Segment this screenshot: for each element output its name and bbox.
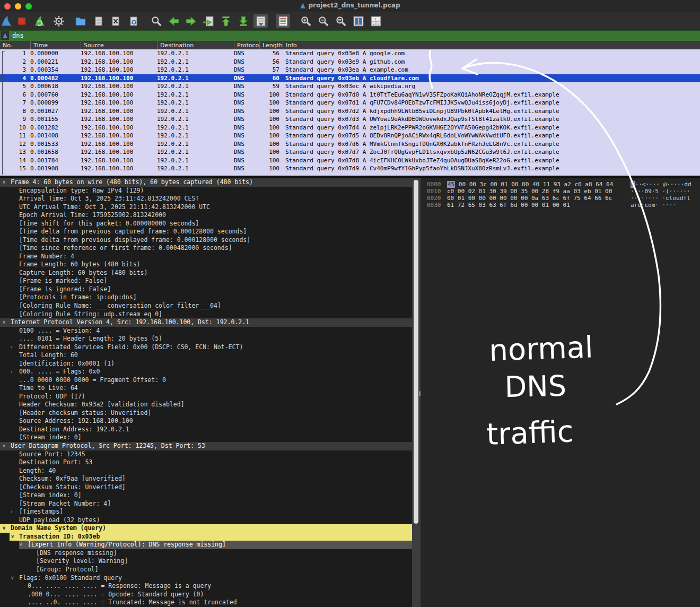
- detail-line[interactable]: .... 0101 = Header Length: 20 bytes (5): [0, 335, 412, 343]
- go-to-first-packet-icon[interactable]: [218, 14, 233, 28]
- chevron-right-icon[interactable]: ›: [11, 368, 13, 376]
- detail-line[interactable]: .000 0... .... .... = Opcode: Standard q…: [0, 591, 412, 599]
- detail-line[interactable]: [Severity level: Warning]: [0, 557, 412, 566]
- save-file-icon[interactable]: [91, 14, 106, 28]
- capture-options-gear-icon[interactable]: [51, 14, 66, 28]
- detail-line[interactable]: [Checksum Status: Unverified]: [0, 483, 412, 492]
- chevron-down-icon[interactable]: ∨: [2, 318, 6, 327]
- chevron-down-icon[interactable]: ∨: [2, 442, 6, 450]
- packet-row[interactable]: 100.001282192.168.100.100192.0.2.1DNS100…: [0, 124, 700, 132]
- open-file-icon[interactable]: [73, 14, 88, 28]
- detail-line[interactable]: ∨Flags: 0x0100 Standard query: [0, 574, 412, 583]
- column-header-protocol[interactable]: Protocol: [234, 41, 259, 49]
- detail-line[interactable]: ∨Internet Protocol Version 4, Src: 192.1…: [0, 318, 412, 327]
- detail-line[interactable]: 0100 .... = Version: 4: [0, 327, 412, 335]
- detail-line[interactable]: Length: 40: [0, 467, 412, 475]
- hex-ascii[interactable]: ····09·5 ·(······: [631, 188, 690, 195]
- detail-line[interactable]: Time to Live: 64: [0, 384, 412, 393]
- packet-row[interactable]: 130.001658192.168.100.100192.0.2.1DNS100…: [0, 148, 700, 157]
- detail-line[interactable]: Protocol: UDP (17): [0, 393, 412, 401]
- detail-line[interactable]: [Time since reference or first frame: 0.…: [0, 244, 412, 253]
- column-header-destination[interactable]: Destination: [157, 41, 234, 49]
- detail-line[interactable]: [Coloring Rule String: udp.stream eq 0]: [0, 310, 412, 319]
- zoom-in-icon[interactable]: [299, 14, 313, 28]
- detail-line[interactable]: [Time delta from previous displayed fram…: [0, 236, 412, 245]
- packet-row[interactable]: 120.001533192.168.100.100192.0.2.1DNS100…: [0, 140, 700, 149]
- reload-file-icon[interactable]: [126, 14, 141, 28]
- detail-line[interactable]: Arrival Time: Oct 3, 2025 23:11:42.81324…: [0, 195, 412, 203]
- detail-line[interactable]: Destination Address: 192.0.2.1: [0, 426, 412, 434]
- detail-line[interactable]: Checksum: 0xf9aa [unverified]: [0, 475, 412, 483]
- column-header-length[interactable]: Length: [259, 41, 283, 49]
- detail-line[interactable]: ›000. .... = Flags: 0x0: [0, 368, 412, 376]
- detail-line[interactable]: [DNS response missing]: [0, 549, 412, 558]
- zoom-out-icon[interactable]: [316, 14, 330, 28]
- stop-capture-icon[interactable]: [14, 14, 29, 28]
- restart-capture-icon[interactable]: [32, 14, 47, 28]
- packet-row[interactable]: 140.001784192.168.100.100192.0.2.1DNS100…: [0, 157, 700, 165]
- ascii-selected-char[interactable]: E: [631, 181, 635, 188]
- layout-columns-icon[interactable]: 123: [369, 14, 383, 28]
- detail-line[interactable]: UTC Arrival Time: Oct 3, 2025 21:11:42.8…: [0, 203, 412, 212]
- detail-line[interactable]: Epoch Arrival Time: 1759525902.813242000: [0, 211, 412, 220]
- detail-line[interactable]: Frame Number: 4: [0, 253, 412, 261]
- packet-row[interactable]: 40.000482192.168.100.100192.0.2.1DNS60St…: [0, 74, 700, 83]
- packet-row[interactable]: 70.000899192.168.100.100192.0.2.1DNS100S…: [0, 99, 700, 107]
- detail-line[interactable]: ›[Timestamps]: [0, 508, 412, 516]
- detail-line[interactable]: Identification: 0x0001 (1): [0, 360, 412, 368]
- chevron-down-icon[interactable]: ∨: [11, 533, 14, 541]
- column-header-no[interactable]: No.: [0, 41, 30, 49]
- hex-ascii[interactable]: ········ ·cloudfl: [631, 195, 690, 202]
- go-back-icon[interactable]: [167, 14, 181, 28]
- go-forward-icon[interactable]: [183, 14, 198, 28]
- detail-line[interactable]: ∨User Datagram Protocol, Src Port: 12345…: [0, 442, 412, 450]
- detail-line[interactable]: [Stream index: 0]: [0, 433, 412, 442]
- detail-line[interactable]: [Stream Packet Number: 4]: [0, 500, 412, 508]
- close-file-icon[interactable]: [108, 14, 122, 28]
- packet-row[interactable]: 110.001408192.168.100.100192.0.2.1DNS100…: [0, 132, 700, 140]
- detail-line[interactable]: Header Checksum: 0x93a2 [validation disa…: [0, 401, 412, 409]
- detail-line[interactable]: [Time delta from previous captured frame…: [0, 228, 412, 236]
- hex-row[interactable]: 000045 00 00 3c 00 01 00 00 40 11 93 a2 …: [421, 181, 700, 188]
- hex-bytes[interactable]: 45 00 00 3c 00 01 00 00 40 11 93 a2 c0 a…: [447, 181, 613, 188]
- auto-scroll-icon[interactable]: [253, 14, 268, 28]
- chevron-right-icon[interactable]: ›: [11, 508, 13, 516]
- hex-selected-byte[interactable]: 45: [447, 181, 455, 188]
- detail-line[interactable]: UDP payload (32 bytes): [0, 516, 412, 525]
- detail-line[interactable]: [Protocols in frame: ip:udp:dns]: [0, 293, 412, 302]
- hex-bytes[interactable]: c0 00 02 01 30 39 00 35 00 28 f9 aa 03 e…: [447, 188, 612, 195]
- hex-ascii[interactable]: are·com· ····: [631, 202, 676, 209]
- chevron-right-icon[interactable]: ›: [11, 343, 13, 352]
- scrollbar-thumb[interactable]: [414, 180, 418, 524]
- hex-row[interactable]: 0010c0 00 02 01 30 39 00 35 00 28 f9 aa …: [421, 188, 700, 195]
- packet-row[interactable]: 10.000000192.168.100.100192.0.2.1DNS56St…: [0, 49, 700, 58]
- detail-line[interactable]: Encapsulation type: Raw IPv4 (129): [0, 187, 412, 195]
- detail-line[interactable]: [Coloring Rule Name: ___conversation_col…: [0, 302, 412, 310]
- detail-line[interactable]: Source Port: 12345: [0, 450, 412, 459]
- display-filter-input[interactable]: dns: [12, 31, 24, 41]
- detail-line[interactable]: ›Differentiated Services Field: 0x00 (DS…: [0, 343, 412, 352]
- filter-bookmark-icon[interactable]: [1, 31, 9, 40]
- detail-line[interactable]: .... ..0. .... .... = Truncated: Message…: [0, 599, 412, 607]
- detail-line[interactable]: Destination Port: 53: [0, 458, 412, 467]
- chevron-down-icon[interactable]: ∨: [19, 541, 23, 549]
- hex-ascii[interactable]: E··<···· @·····dd: [631, 181, 692, 188]
- detail-line[interactable]: ∨Frame 4: 60 bytes on wire (480 bits), 6…: [0, 178, 412, 187]
- packet-row[interactable]: 80.001027192.168.100.100192.0.2.1DNS100S…: [0, 107, 700, 116]
- chevron-down-icon[interactable]: ∨: [2, 178, 6, 187]
- detail-line[interactable]: Frame Length: 60 bytes (480 bits): [0, 261, 412, 269]
- go-to-packet-icon[interactable]: [201, 14, 215, 28]
- packet-row[interactable]: 60.000760192.168.100.100192.0.2.1DNS100S…: [0, 91, 700, 99]
- hex-bytes[interactable]: 61 72 65 03 63 6f 6d 00 00 01 00 01: [447, 202, 570, 209]
- start-capture-icon[interactable]: [0, 14, 13, 28]
- detail-line[interactable]: [Frame is marked: False]: [0, 277, 412, 285]
- detail-line[interactable]: Source Address: 192.168.100.100: [0, 417, 412, 426]
- column-header-info[interactable]: Info: [283, 41, 700, 49]
- hex-bytes[interactable]: 00 01 00 00 00 00 00 00 0a 63 6c 6f 75 6…: [447, 195, 612, 202]
- packet-row[interactable]: 20.000221192.168.100.100192.0.2.1DNS56St…: [0, 58, 700, 66]
- packet-row[interactable]: 30.000354192.168.100.100192.0.2.1DNS57St…: [0, 66, 700, 74]
- go-to-last-packet-icon[interactable]: [236, 14, 250, 28]
- colorize-packets-icon[interactable]: [276, 14, 290, 28]
- column-header-source[interactable]: Source: [81, 41, 157, 49]
- hex-row[interactable]: 003061 72 65 03 63 6f 6d 00 00 01 00 01a…: [421, 202, 700, 209]
